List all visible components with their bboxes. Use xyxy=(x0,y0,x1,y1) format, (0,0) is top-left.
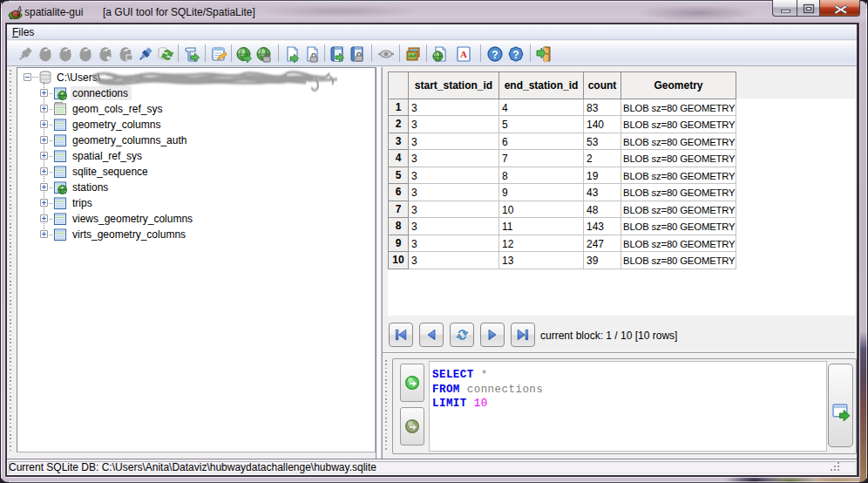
svg-text:?: ? xyxy=(492,49,498,61)
svg-text:?: ? xyxy=(512,49,519,61)
svg-text:A: A xyxy=(460,49,467,59)
